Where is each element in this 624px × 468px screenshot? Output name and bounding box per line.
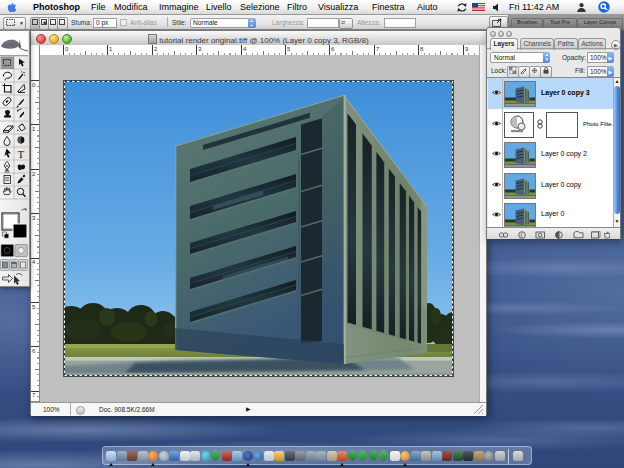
- svg-text:T: T: [18, 148, 25, 160]
- svg-text:f: f: [521, 232, 524, 238]
